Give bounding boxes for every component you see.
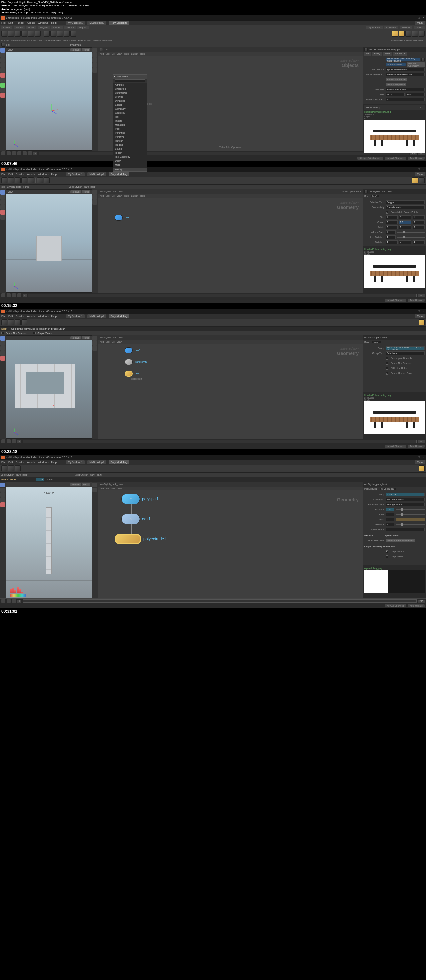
dt[interactable]: MyDesktop2 [87,460,106,464]
twist[interactable]: 0 [386,518,394,522]
net-help[interactable]: Help [140,52,145,55]
tool-icon[interactable] [15,31,21,37]
ti[interactable] [92,341,97,345]
ti[interactable] [0,346,5,350]
naming-field[interactable]: Filename and Extension [386,73,424,76]
menu-dynamics[interactable]: Dynamics▸ [113,99,147,103]
m[interactable]: File [2,460,6,463]
ref-img[interactable] [364,401,424,434]
tool-icon[interactable] [70,31,76,37]
max[interactable]: □ [418,455,420,458]
play-icon[interactable] [17,293,21,297]
btn[interactable]: Auto Update [408,444,424,447]
axdiv[interactable]: 4 [386,235,396,239]
m[interactable]: Render [16,460,24,463]
shelf-polygon[interactable]: Polygon [38,26,50,29]
tool-icon[interactable] [44,177,49,183]
p[interactable] [7,599,11,603]
menu-attribute[interactable]: Attribute▸ [113,83,147,87]
menu-rigging[interactable]: Rigging▸ [113,143,147,147]
f[interactable]: 1 [17,440,21,443]
menu-file[interactable]: File [2,21,6,24]
track[interactable] [23,600,416,603]
ti[interactable] [8,319,14,325]
m[interactable]: View [117,340,122,343]
ti[interactable] [0,336,5,340]
img-path[interactable]: SHIP/Desktop [366,106,380,109]
close-button[interactable]: ✕ [422,16,424,19]
m[interactable]: View [117,195,122,197]
light-icon[interactable] [392,31,398,37]
cam[interactable]: No cam [70,483,81,486]
cb[interactable] [2,332,4,334]
net-add[interactable]: Add [100,52,103,55]
sx[interactable]: 1 [386,215,398,219]
tool-icon[interactable] [21,31,27,37]
m[interactable]: Edit [106,487,109,490]
menu-characters[interactable]: Characters▸ [113,87,147,91]
tool-icon[interactable] [8,31,14,37]
persp-dropdown[interactable]: Persp [82,190,90,193]
path[interactable]: /obj/Stylish_park_bank [100,483,123,485]
tool-icon[interactable] [92,200,97,205]
m[interactable]: Go [112,195,115,197]
cb[interactable] [33,332,36,334]
menu-managers[interactable]: Managers▸ [113,123,147,127]
axdiv-slider[interactable] [397,237,424,238]
node-box1[interactable]: box1 [115,215,130,221]
maximize-button[interactable]: □ [418,168,420,170]
play-icon[interactable] [12,293,16,297]
viewport[interactable]: No camPersp [6,335,92,439]
menu-hair[interactable]: Hair▸ [113,115,147,119]
menu-windows[interactable]: Windows [38,21,48,24]
cam-dropdown[interactable]: No cam [70,190,81,193]
timeline-track[interactable] [39,152,409,155]
tool-icon[interactable] [0,190,5,195]
close[interactable]: ✕ [422,455,424,458]
tool-icon[interactable] [0,195,5,200]
m[interactable]: Go [112,340,115,343]
size-y[interactable]: 1080 [406,92,425,96]
track[interactable] [28,294,416,297]
tool-icon[interactable] [0,210,5,215]
cz[interactable]: 0 [413,220,424,224]
dt[interactable]: Poly Modeling [109,314,130,318]
ti[interactable] [0,493,5,497]
primtype-field[interactable]: Polygon [386,200,424,204]
move-tool-icon[interactable] [0,53,5,58]
net-path[interactable]: /obj/Stylish_park_bank [69,185,96,188]
ti[interactable] [21,319,27,325]
persp[interactable]: Persp [82,483,90,486]
menu-windows[interactable]: Windows [38,173,48,176]
ti[interactable] [2,465,7,471]
menu-utility[interactable]: Utility▸ [113,159,147,163]
li[interactable] [419,319,424,325]
tool-icon[interactable] [0,215,5,220]
cam[interactable]: No cam [70,336,81,339]
desktop-tab-3[interactable]: Poly Modeling [109,21,130,25]
frame-start[interactable]: 1 [33,152,37,155]
tool-icon[interactable] [44,31,49,37]
tool-icon[interactable] [0,93,5,98]
desktop-tab[interactable]: MyDesktop2 [87,172,106,176]
menu-help[interactable]: Help [51,21,56,24]
menu-geometry[interactable]: Geometry▸ [113,111,147,115]
select-tool-icon[interactable] [0,48,5,52]
ti[interactable] [15,465,21,471]
tool-icon[interactable] [419,31,424,37]
max[interactable]: □ [418,310,420,313]
tab-mask[interactable]: Mask [383,52,393,56]
st[interactable]: Terrain FX Dev [77,39,90,41]
inset-slider[interactable] [396,514,424,515]
path-obj[interactable]: obj [6,43,10,46]
shelf-model[interactable]: Model [26,26,36,29]
uscale-slider[interactable] [397,232,424,232]
tool-icon[interactable] [419,177,424,183]
keys-info[interactable]: 9 keys, G/A channels [358,157,383,160]
tool-icon[interactable] [92,58,97,63]
dist-field[interactable]: 0.04 [36,478,44,481]
m[interactable]: Edit [106,195,109,197]
ti[interactable] [0,503,5,507]
ti[interactable] [0,341,5,345]
play-fwd-icon[interactable] [17,151,21,155]
